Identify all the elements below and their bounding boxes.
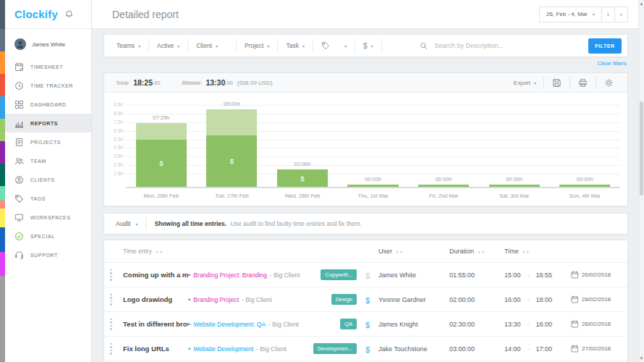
report-summary-card: Total: 18:25 :00 Billable: 13:30 :00 (53… xyxy=(103,72,628,206)
search-box xyxy=(420,41,542,50)
date-range-button[interactable]: 26, Feb - 4, Mar ▾ xyxy=(539,7,602,22)
vertical-scrollbar[interactable]: ▲ ▼ xyxy=(638,0,644,362)
billable-dollar-icon[interactable]: $ xyxy=(365,296,370,305)
client-filter-dropdown[interactable]: Client▾ xyxy=(188,42,226,49)
monitor-icon xyxy=(14,213,24,222)
sort-icons[interactable]: ∨∧ xyxy=(478,250,486,254)
entry-user: Jake Touchstone xyxy=(378,345,449,353)
chart-bar-fri[interactable]: 00:00h$ xyxy=(408,98,479,187)
calendar-icon[interactable] xyxy=(571,320,579,328)
drag-handle-icon[interactable] xyxy=(110,294,112,306)
chart-bars: 07:25h$ 09:00h$ 02:00h$ 00:00h$ 00:00h$ … xyxy=(126,98,620,187)
chart-x-labels: Mon, 26th Feb Tue, 27th Feb Wed, 28th Fe… xyxy=(126,193,620,199)
billable-dollar-icon[interactable]: $ xyxy=(365,345,370,354)
chart-bar-sat[interactable]: 00:00h$ xyxy=(479,98,550,187)
drag-handle-icon[interactable] xyxy=(110,343,112,355)
entry-user: Yvonne Gardner xyxy=(378,296,449,303)
drag-handle-icon[interactable] xyxy=(110,269,112,281)
sidebar-item-team[interactable]: TEAM xyxy=(5,151,91,170)
filter-button[interactable]: FILTER xyxy=(588,38,622,54)
table-header: Time entry∨∧ User∨∧ Duration∨∧ Time∨∧ xyxy=(104,240,627,263)
user-name: James White xyxy=(32,41,65,48)
sidebar-item-time-tracker[interactable]: TIME TRACKER xyxy=(5,76,91,95)
next-period-button[interactable]: › xyxy=(615,7,628,22)
drag-handle-icon[interactable] xyxy=(110,319,112,330)
print-button[interactable] xyxy=(570,73,596,92)
entry-date: 27/02/2018 xyxy=(582,345,611,352)
tag-badge[interactable]: QA xyxy=(340,319,357,329)
sidebar-user[interactable]: James White xyxy=(5,29,91,57)
sidebar-item-special[interactable]: SPECIAL xyxy=(5,227,91,245)
export-dropdown[interactable]: Export ▾ xyxy=(507,80,543,86)
person-circle-icon xyxy=(14,175,24,185)
sidebar-item-workspaces[interactable]: WORKSPACES xyxy=(5,208,91,227)
table-row[interactable]: Fix long URLs •Website Development- Big … xyxy=(104,337,627,361)
entry-end: 16:55 xyxy=(536,272,553,279)
search-input[interactable] xyxy=(433,41,542,50)
sidebar-item-tags[interactable]: TAGS xyxy=(5,189,91,208)
settings-gear-button[interactable] xyxy=(596,73,622,92)
sort-icons[interactable]: ∨∧ xyxy=(156,250,164,254)
billable-dollar-icon[interactable]: $ xyxy=(365,272,370,280)
printer-icon xyxy=(578,78,588,88)
project-name[interactable]: Branding Project: Branding xyxy=(193,272,267,279)
project-color-dot: • xyxy=(188,296,190,303)
total-label: Total: xyxy=(116,80,130,86)
sort-icons[interactable]: ∨∧ xyxy=(396,250,404,254)
tag-filter-dropdown[interactable]: ▾ xyxy=(313,41,355,50)
sidebar-item-dashboard[interactable]: DASHBOARD xyxy=(5,95,91,114)
table-row[interactable]: Test in different brow... •Website Devel… xyxy=(104,312,627,337)
scrollbar-thumb[interactable] xyxy=(640,101,643,195)
active-filter-dropdown[interactable]: Active▾ xyxy=(149,42,187,49)
scroll-down-icon[interactable]: ▼ xyxy=(639,356,644,361)
billable-dollar-icon[interactable]: $ xyxy=(365,321,370,329)
billable-label: Billable: xyxy=(182,80,202,86)
sidebar-item-timesheet[interactable]: TIMESHEET xyxy=(5,57,91,76)
app-logo[interactable]: Clockify xyxy=(14,8,58,20)
prev-period-button[interactable]: ‹ xyxy=(602,7,615,22)
table-row[interactable]: Coming up with a me... •Branding Project… xyxy=(104,263,627,287)
entry-end: 18:00 xyxy=(536,296,553,303)
sidebar-item-clients[interactable]: CLIENTS xyxy=(5,170,91,189)
task-filter-dropdown[interactable]: Task▾ xyxy=(278,42,313,49)
clear-filters-link[interactable]: Clear filters xyxy=(598,60,627,67)
client-name: - Big Client xyxy=(268,321,299,328)
sidebar-item-reports[interactable]: REPORTS xyxy=(5,114,91,132)
project-filter-dropdown[interactable]: Project▾ xyxy=(237,42,277,49)
tag-badge[interactable]: Copywritt... xyxy=(321,269,357,280)
chart-bar-tue[interactable]: 09:00h$ xyxy=(197,98,268,187)
entry-date: 28/02/2018 xyxy=(582,296,611,303)
chevron-down-icon: ▾ xyxy=(267,43,269,49)
project-name[interactable]: Website Development: QA xyxy=(193,321,266,328)
calendar-icon[interactable] xyxy=(571,345,579,353)
chart-bar-sun[interactable]: 00:00h$ xyxy=(549,98,620,187)
scroll-up-icon[interactable]: ▲ xyxy=(639,1,644,6)
save-report-button[interactable] xyxy=(544,73,569,92)
chart-bar-mon[interactable]: 07:25h$ xyxy=(126,98,197,187)
project-name[interactable]: Branding Project xyxy=(193,296,239,303)
table-row[interactable]: Logo drawindg •Branding Project- Big Cli… xyxy=(104,287,627,312)
calendar-icon[interactable] xyxy=(571,295,579,303)
entry-duration: 02:00:00 xyxy=(449,296,504,303)
billability-filter-dropdown[interactable]: $▾ xyxy=(355,42,381,50)
entry-description: Logo drawindg xyxy=(123,295,188,303)
billable-amount: (538.00 USD) xyxy=(237,80,273,86)
sidebar-item-support[interactable]: SUPPORT xyxy=(5,245,91,264)
save-floppy-icon xyxy=(552,78,562,88)
entry-description: Test in different brow... xyxy=(123,320,188,328)
audit-dropdown[interactable]: Audit ▾ xyxy=(109,220,145,227)
entry-end: 17:00 xyxy=(536,345,553,353)
notifications-bell-icon[interactable] xyxy=(64,9,74,19)
project-name[interactable]: Website Development xyxy=(193,345,253,353)
sidebar-item-projects[interactable]: PROJECTS xyxy=(5,132,91,151)
tag-badge[interactable]: Developmen... xyxy=(313,343,357,354)
teams-filter-dropdown[interactable]: Teams▾ xyxy=(109,42,148,49)
chart-bar-wed[interactable]: 02:00h$ xyxy=(267,98,338,187)
sort-icons[interactable]: ∨∧ xyxy=(522,250,530,254)
chevron-down-icon: ▾ xyxy=(593,12,595,17)
chart-bar-thu[interactable]: 00:00h$ xyxy=(338,98,409,187)
tag-badge[interactable]: Design xyxy=(331,294,357,305)
chevron-down-icon: ▾ xyxy=(136,222,138,227)
chevron-down-icon: ▾ xyxy=(344,43,347,49)
calendar-icon[interactable] xyxy=(571,271,579,279)
